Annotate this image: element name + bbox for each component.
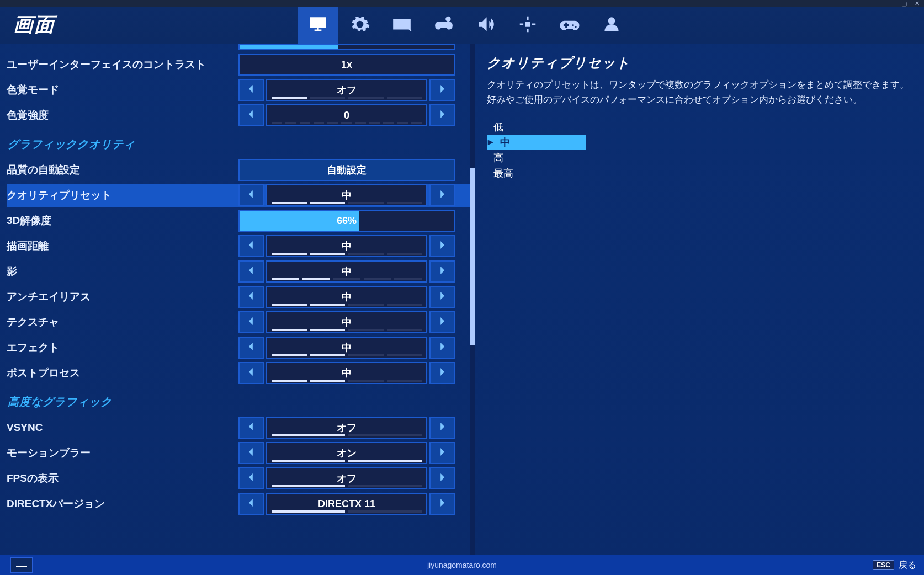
window-min-icon[interactable]: — [888,0,894,7]
preset-option[interactable]: 低 [487,119,586,135]
setting-row[interactable]: FPSの表示オフ [7,467,475,490]
back-button[interactable]: ESC 戻る [873,560,916,571]
preset-option[interactable]: 高 [487,150,586,166]
arrow-left-button[interactable] [238,79,264,101]
arrow-right-button[interactable] [429,184,455,206]
tab-audio[interactable] [466,7,506,44]
setting-row[interactable]: アンチエイリアス中 [7,285,475,308]
setting-row[interactable]: ユーザーインターフェイスのコントラスト1x [7,53,475,76]
tab-controller[interactable] [550,7,590,44]
arrow-right-button[interactable] [429,493,455,515]
setting-row[interactable]: 色覚モードオフ [7,78,475,102]
chevron-left-icon [247,423,255,433]
arrow-right-button[interactable] [429,467,455,489]
setting-row[interactable]: 色覚強度0 [7,104,475,127]
tab-account[interactable] [592,7,631,44]
arrow-left-button[interactable] [238,417,264,439]
tab-keyboard[interactable] [382,7,422,44]
arrow-left-button[interactable] [238,493,264,515]
cycler-value: オフ [337,85,357,95]
chevron-right-icon [438,343,446,353]
arrow-left-button[interactable] [238,235,264,257]
chevron-right-icon [438,110,446,120]
arrow-right-button[interactable] [429,260,455,283]
setting-row[interactable]: 影中 [7,260,475,283]
description-panel: クオリティプリセット クオリティのプリセットは、ワンタップで複数のグラフィックオ… [475,44,924,555]
slider-value: 1x [341,59,352,71]
arrow-left-button[interactable] [238,104,264,126]
tab-controller-gear[interactable] [424,7,464,44]
arrow-right-button[interactable] [429,104,455,126]
display-icon [307,14,328,37]
tab-display[interactable] [298,7,338,44]
cycler-value: オフ [337,473,357,483]
arrow-right-button[interactable] [429,362,455,384]
arrow-right-button[interactable] [429,286,455,308]
arrow-left-button[interactable] [238,184,264,206]
cycler-value-box: オフ [266,79,427,101]
cycler-value-box: オン [266,442,427,464]
cycler-value-box: 中 [266,235,427,257]
preset-option[interactable]: 最高 [487,166,586,181]
auto-configure-button[interactable]: 自動設定 [238,159,455,181]
setting-label: 色覚モード [7,83,238,97]
footer-menu-button[interactable]: — [10,557,33,573]
setting-label: モーションブラー [7,446,238,460]
setting-row[interactable]: テクスチャ中 [7,311,475,334]
setting-label: テクスチャ [7,315,238,329]
chevron-right-icon [438,241,446,251]
esc-key-icon: ESC [873,560,894,570]
setting-label: DIRECTXバージョン [7,497,238,511]
chevron-left-icon [247,267,255,276]
preset-option[interactable]: 中 [487,135,586,150]
chevron-right-icon [438,473,446,483]
arrow-left-button[interactable] [238,467,264,489]
arrow-left-button[interactable] [238,442,264,464]
tab-hud[interactable] [508,7,548,44]
cycler-value: オフ [337,423,357,433]
arrow-right-button[interactable] [429,311,455,333]
cycler-value: オン [337,448,357,458]
slider[interactable]: 1x [238,54,455,76]
scrollbar-thumb[interactable] [470,168,475,345]
chevron-left-icon [247,85,255,95]
chevron-right-icon [438,499,446,509]
window-max-icon[interactable]: ▢ [901,0,907,7]
chevron-right-icon [438,448,446,458]
audio-icon [475,14,496,37]
arrow-right-button[interactable] [429,235,455,257]
arrow-left-button[interactable] [238,362,264,384]
description-body: クオリティのプリセットは、ワンタップで複数のグラフィックオプションをまとめて調整… [487,77,912,107]
arrow-right-button[interactable] [429,417,455,439]
gear-icon [349,14,370,37]
setting-row[interactable]: VSYNCオフ [7,416,475,439]
arrow-right-button[interactable] [429,79,455,101]
setting-row[interactable]: クオリティプリセット中 [7,184,475,207]
arrow-right-button[interactable] [429,442,455,464]
arrow-left-button[interactable] [238,260,264,283]
arrow-left-button[interactable] [238,286,264,308]
setting-row[interactable]: 3D解像度66% [7,209,475,232]
chevron-left-icon [247,317,255,327]
arrow-left-button[interactable] [238,337,264,359]
arrow-left-button[interactable] [238,311,264,333]
setting-row[interactable]: 描画距離中 [7,235,475,258]
chevron-left-icon [247,343,255,353]
partial-slider-top[interactable] [238,44,455,50]
arrow-right-button[interactable] [429,337,455,359]
tab-gear[interactable] [340,7,380,44]
chevron-right-icon [438,85,446,95]
setting-row[interactable]: エフェクト中 [7,336,475,359]
chevron-right-icon [438,190,446,200]
window-close-icon[interactable]: ✕ [915,0,920,7]
slider[interactable]: 66% [238,210,455,232]
setting-row[interactable]: ポストプロセス中 [7,361,475,385]
scrollbar-track[interactable] [470,44,475,555]
back-label: 戻る [899,560,916,571]
setting-row[interactable]: モーションブラーオン [7,441,475,465]
setting-label: 描画距離 [7,239,238,253]
cycler-value-box: 中 [266,362,427,384]
setting-row[interactable]: 品質の自動設定自動設定 [7,158,475,182]
setting-label: FPSの表示 [7,471,238,486]
setting-row[interactable]: DIRECTXバージョンDIRECTX 11 [7,492,475,515]
